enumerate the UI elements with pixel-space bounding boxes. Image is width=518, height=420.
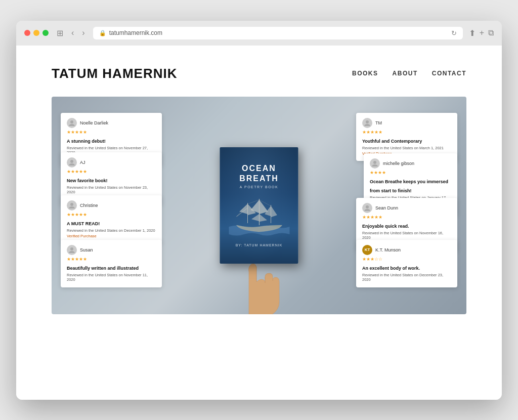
book-cover: OCEAN BREATH A POETRY BOOK bbox=[220, 147, 298, 264]
address-bar[interactable]: 🔒 tatumhamernik.com ↻ bbox=[93, 27, 463, 39]
stars-r2: ★★★★★ bbox=[67, 169, 156, 174]
reviewer-avatar-r7 bbox=[362, 203, 372, 213]
reviewer-info-r7: Sean Dunn bbox=[362, 203, 451, 213]
reviewer-avatar-r4 bbox=[67, 245, 77, 255]
verified-r3: Verified Purchase bbox=[67, 234, 156, 238]
reviewer-avatar-r8: KT bbox=[362, 245, 372, 255]
review-title-r2: New favorite book! bbox=[67, 178, 108, 183]
review-date-r2: Reviewed in the United States on Novembe… bbox=[67, 185, 156, 195]
reviewer-avatar-r1 bbox=[67, 118, 77, 128]
book-author: BY: TATUM HAMERNIK bbox=[236, 243, 283, 247]
stars-r5: ★★★★★ bbox=[362, 130, 451, 135]
reviewer-name-r8: K.T. Munson bbox=[375, 247, 401, 253]
ship-illustration bbox=[226, 189, 292, 239]
book-title: OCEAN BREATH bbox=[225, 163, 293, 183]
stars-r4: ★★★★★ bbox=[67, 257, 156, 262]
reviewer-name-r7: Sean Dunn bbox=[375, 205, 398, 211]
site-header: TATUM HAMERNIK BOOKS ABOUT CONTACT bbox=[16, 46, 502, 97]
svg-point-13 bbox=[366, 205, 369, 208]
review-title-r7: Enjoyable quick read. bbox=[362, 224, 409, 229]
stars-r7: ★★★★★ bbox=[362, 215, 451, 220]
reviewer-name-r1: Noelle Darliek bbox=[80, 120, 108, 125]
svg-point-11 bbox=[366, 120, 369, 123]
review-date-r3: Reviewed in the United States on Decembe… bbox=[67, 228, 156, 233]
share-button[interactable]: ⬆ bbox=[469, 28, 476, 38]
review-title-r5: Youthful and Contemporary bbox=[362, 139, 422, 144]
reviewer-info-r1: Noelle Darliek bbox=[67, 118, 156, 128]
reviewer-info-r4: Susan bbox=[67, 245, 156, 255]
review-date-r8: Reviewed in the United States on Decembe… bbox=[362, 273, 451, 283]
reviewer-avatar-r3 bbox=[67, 200, 77, 211]
stars-r3: ★★★★★ bbox=[67, 212, 156, 217]
traffic-lights bbox=[24, 30, 49, 36]
nav-about[interactable]: ABOUT bbox=[393, 70, 418, 77]
reviewer-info-r8: KT K.T. Munson bbox=[362, 245, 451, 255]
review-title-r1: A stunning debut! bbox=[67, 139, 106, 144]
svg-point-9 bbox=[70, 203, 73, 206]
reviewer-name-r5: TM bbox=[375, 120, 382, 125]
site-nav: BOOKS ABOUT CONTACT bbox=[352, 70, 466, 77]
browser-actions: ⬆ + ⧉ bbox=[469, 28, 494, 38]
browser-controls: ⊞ ‹ › bbox=[55, 27, 87, 39]
review-title-r4: Beautifully written and illustrated bbox=[67, 266, 139, 271]
site-title: TATUM HAMERNIK bbox=[52, 66, 177, 81]
reviewer-avatar-r6 bbox=[370, 158, 380, 169]
review-title-r3: A MUST READ! bbox=[67, 221, 100, 226]
tabs-button[interactable]: ⧉ bbox=[488, 28, 494, 38]
review-date-r5: Reviewed in the United States on March 1… bbox=[362, 146, 451, 151]
stars-r1: ★★★★★ bbox=[67, 130, 156, 135]
review-title-r6: Ocean Breathe keeps you immersed from st… bbox=[370, 179, 448, 193]
close-button[interactable] bbox=[24, 30, 30, 36]
reviewer-info-r3: Christine bbox=[67, 200, 156, 211]
browser-chrome: ⊞ ‹ › 🔒 tatumhamernik.com ↻ ⬆ + ⧉ bbox=[16, 21, 502, 46]
reviewer-avatar-r5 bbox=[362, 118, 372, 128]
review-date-r4: Reviewed in the United States on Novembe… bbox=[67, 273, 156, 283]
review-date-r7: Reviewed in the United States on Novembe… bbox=[362, 231, 451, 241]
review-title-r8: An excellent body of work. bbox=[362, 266, 420, 271]
book-cover-inner: OCEAN BREATH A POETRY BOOK bbox=[220, 147, 298, 264]
reviewer-avatar-r2 bbox=[67, 157, 77, 167]
new-tab-button[interactable]: + bbox=[480, 28, 484, 38]
review-card-r4: Susan ★★★★★ Beautifully written and illu… bbox=[61, 240, 162, 288]
reviewer-name-r2: AJ bbox=[80, 160, 85, 165]
browser-window: ⊞ ‹ › 🔒 tatumhamernik.com ↻ ⬆ + ⧉ TATUM … bbox=[16, 21, 502, 400]
maximize-button[interactable] bbox=[42, 30, 49, 36]
svg-point-10 bbox=[70, 247, 73, 250]
reviewer-name-r3: Christine bbox=[80, 203, 98, 208]
reviewer-info-r2: AJ bbox=[67, 157, 156, 167]
nav-contact[interactable]: CONTACT bbox=[432, 70, 466, 77]
review-card-r3: Christine ★★★★★ A MUST READ! Reviewed in… bbox=[61, 195, 162, 244]
reviewer-info-r5: TM bbox=[362, 118, 451, 128]
reload-icon[interactable]: ↻ bbox=[451, 29, 457, 37]
svg-point-12 bbox=[373, 161, 376, 164]
hero-section: OCEAN BREATH A POETRY BOOK bbox=[52, 97, 466, 314]
book-subtitle: A POETRY BOOK bbox=[240, 185, 278, 189]
reviewer-name-r6: michelle gibson bbox=[383, 161, 414, 166]
stars-r6: ★★★★ bbox=[370, 170, 451, 175]
minimize-button[interactable] bbox=[33, 30, 39, 36]
website: TATUM HAMERNIK BOOKS ABOUT CONTACT OCEAN… bbox=[16, 46, 502, 400]
url-text: tatumhamernik.com bbox=[109, 29, 162, 36]
reviewer-name-r4: Susan bbox=[80, 247, 93, 253]
sidebar-toggle[interactable]: ⊞ bbox=[55, 27, 65, 39]
lock-icon: 🔒 bbox=[99, 30, 106, 36]
back-button[interactable]: ‹ bbox=[69, 27, 76, 38]
forward-button[interactable]: › bbox=[80, 27, 87, 38]
svg-point-7 bbox=[70, 120, 73, 123]
nav-books[interactable]: BOOKS bbox=[352, 70, 378, 77]
svg-point-8 bbox=[70, 160, 73, 163]
reviewer-info-r6: michelle gibson bbox=[370, 158, 451, 169]
review-card-r8: KT K.T. Munson ★★★☆☆ An excellent body o… bbox=[356, 240, 457, 288]
stars-r8: ★★★☆☆ bbox=[362, 257, 451, 262]
